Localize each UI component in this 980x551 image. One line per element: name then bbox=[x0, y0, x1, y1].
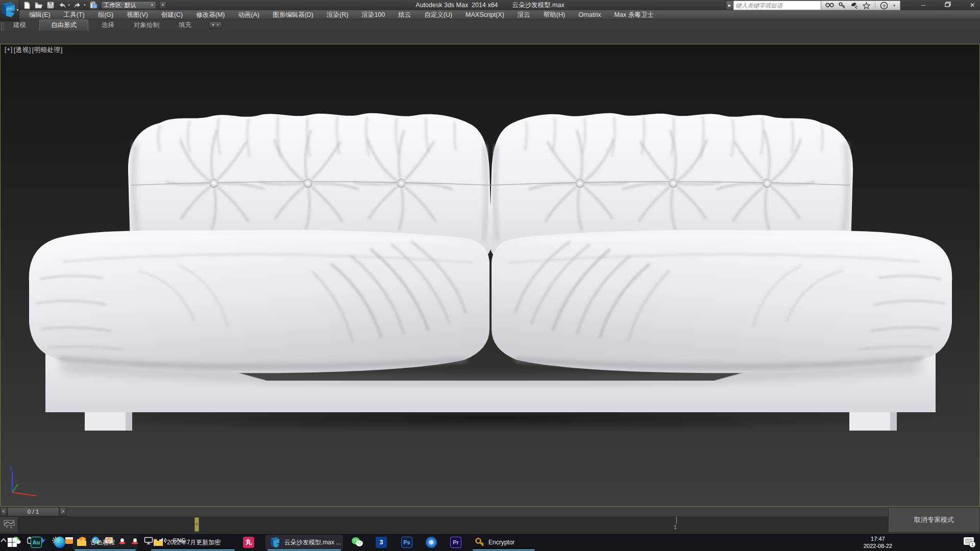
search-icon[interactable] bbox=[825, 2, 834, 9]
new-file-button[interactable] bbox=[22, 1, 31, 9]
help-dropdown-icon[interactable]: ▼ bbox=[893, 4, 896, 7]
taskbar-audition[interactable]: Au bbox=[31, 536, 42, 549]
search-input[interactable] bbox=[733, 1, 821, 10]
menu-antivirus[interactable]: Max 杀毒卫士 bbox=[608, 10, 660, 19]
menu-rendering[interactable]: 渲染(R) bbox=[320, 10, 355, 19]
sign-in-key-icon[interactable] bbox=[839, 2, 846, 9]
3dsmax-badge-icon: 3 bbox=[376, 537, 387, 548]
curve-editor-icon bbox=[4, 520, 15, 529]
sofa-model[interactable] bbox=[26, 108, 955, 434]
menu-group[interactable]: 组(G) bbox=[91, 10, 120, 19]
sofa-leg-left[interactable] bbox=[85, 412, 132, 431]
perspective-viewport[interactable]: [+] [透视] [明暗处理] bbox=[0, 44, 980, 507]
help-icon[interactable]: ? bbox=[880, 2, 888, 10]
folder-icon bbox=[153, 538, 163, 546]
svg-text:z: z bbox=[10, 465, 12, 471]
open-task-indicator bbox=[151, 549, 235, 550]
close-button[interactable]: ✕ bbox=[969, 2, 976, 9]
edge-icon bbox=[54, 537, 65, 548]
time-slider-marker[interactable]: 0 bbox=[194, 517, 199, 532]
tab-selection[interactable]: 选择 bbox=[95, 20, 120, 31]
menu-xuanyun[interactable]: 炫云 bbox=[391, 10, 418, 19]
world-axis-tripod: z bbox=[8, 465, 48, 500]
next-frame-button[interactable]: > bbox=[59, 507, 66, 516]
tray-chevron-icon[interactable] bbox=[0, 538, 7, 543]
taskbar-folder-guse[interactable]: 古色教程 bbox=[77, 536, 115, 549]
3dsmax-logo-icon bbox=[1, 2, 16, 18]
search-history-button[interactable]: ▶ bbox=[726, 1, 733, 10]
seat-cushion-right[interactable] bbox=[492, 230, 952, 373]
taskbar-folder-2022[interactable]: 2022年7月更新加密 bbox=[153, 536, 220, 549]
ribbon-collapsed-area bbox=[0, 31, 980, 44]
cancel-expert-mode-button[interactable]: 取消专家模式 bbox=[888, 507, 980, 533]
notification-icon: 1 bbox=[963, 537, 976, 548]
taskbar-wechat[interactable] bbox=[351, 536, 363, 549]
tab-populate[interactable]: 填充 bbox=[173, 20, 198, 31]
divider bbox=[875, 2, 875, 9]
menu-modifiers[interactable]: 修改器(M) bbox=[189, 10, 231, 19]
start-button[interactable] bbox=[7, 536, 17, 549]
menu-maxscript[interactable]: MAXScript(X) bbox=[459, 10, 511, 19]
viewport-menu-plus[interactable]: [+] bbox=[5, 46, 13, 55]
redo-button[interactable] bbox=[74, 1, 82, 9]
menu-animation[interactable]: 动画(A) bbox=[231, 10, 266, 19]
menu-edit[interactable]: 编辑(E) bbox=[22, 10, 57, 19]
save-file-button[interactable] bbox=[46, 1, 55, 9]
viewport-menu-view[interactable]: [透视] bbox=[14, 46, 31, 55]
wechat-icon bbox=[351, 537, 363, 548]
key-icon bbox=[475, 537, 485, 547]
communication-center-icon[interactable] bbox=[850, 2, 858, 9]
taskbar-capture-app[interactable] bbox=[426, 536, 437, 549]
menu-customize[interactable]: 自定义(U) bbox=[418, 10, 459, 19]
time-slider-row: < 0 / 1 > bbox=[0, 507, 888, 517]
application-menu-button[interactable]: ▼ bbox=[0, 0, 19, 21]
open-file-button[interactable] bbox=[34, 1, 43, 9]
ribbon-tab-row: 建模 自由形式 选择 对象绘制 填充 ▼▼ bbox=[0, 19, 980, 31]
minimize-button[interactable]: ─ bbox=[920, 2, 927, 9]
folder-icon bbox=[77, 538, 87, 546]
favorites-star-icon[interactable] bbox=[863, 2, 870, 9]
project-folder-button[interactable] bbox=[89, 1, 98, 9]
taskbar-3dsmax-doc[interactable]: 云朵沙发模型.max ... bbox=[270, 536, 341, 549]
viewport-label: [+] [透视] [明暗处理] bbox=[5, 46, 63, 55]
window-controls: ─ ✕ bbox=[920, 0, 976, 10]
app-menu-caret-icon: ▼ bbox=[16, 8, 19, 12]
undo-button[interactable] bbox=[58, 1, 66, 9]
time-slider[interactable]: 0 / 1 bbox=[7, 507, 59, 516]
frame-tick bbox=[676, 517, 677, 524]
taskbar-photoshop[interactable]: Ps bbox=[401, 536, 412, 549]
taskbar-clock[interactable]: 17:47 2022-08-22 bbox=[864, 535, 892, 549]
menu-tools[interactable]: 工具(T) bbox=[57, 10, 91, 19]
previous-frame-button[interactable]: < bbox=[0, 507, 7, 516]
menu-renderyun[interactable]: 渲云 bbox=[511, 10, 537, 19]
3dsmax-icon bbox=[270, 537, 281, 548]
taskbar-3dsmax-app[interactable]: 3 bbox=[376, 536, 387, 549]
taskbar-premiere[interactable]: Pr bbox=[450, 536, 461, 549]
tab-object-paint[interactable]: 对象绘制 bbox=[128, 20, 165, 31]
track-bar[interactable]: 0 1 bbox=[0, 517, 888, 533]
menu-graph-editors[interactable]: 图形编辑器(D) bbox=[266, 10, 320, 19]
clock-time: 17:47 bbox=[864, 535, 892, 542]
menu-views[interactable]: 视图(V) bbox=[120, 10, 155, 19]
sofa-leg-right[interactable] bbox=[849, 412, 897, 431]
tab-freeform[interactable]: 自由形式 bbox=[39, 19, 88, 31]
undo-dropdown-icon[interactable]: ▼ bbox=[67, 4, 70, 7]
taskbar-edge[interactable] bbox=[54, 536, 65, 549]
menu-ornatrix[interactable]: Ornatrix bbox=[572, 10, 607, 19]
toolbar-overflow-button[interactable]: ▼ bbox=[159, 1, 166, 9]
redo-dropdown-icon[interactable]: ▼ bbox=[83, 4, 86, 7]
mini-curve-editor-button[interactable] bbox=[0, 517, 18, 532]
clock-date: 2022-08-22 bbox=[864, 542, 892, 549]
seat-cushion-left[interactable] bbox=[29, 230, 489, 373]
menu-create[interactable]: 创建(C) bbox=[155, 10, 189, 19]
workspace-dropdown[interactable]: 工作区: 默认▼ bbox=[101, 1, 156, 9]
taskbar-wan-app[interactable]: 丸 bbox=[243, 536, 254, 549]
notification-center-button[interactable]: 1 bbox=[963, 537, 976, 550]
menu-help[interactable]: 帮助(H) bbox=[537, 10, 572, 19]
taskbar-encryptor[interactable]: Encryptor bbox=[475, 536, 514, 549]
ribbon-minimize-button[interactable]: ▼▼ bbox=[209, 21, 222, 29]
restore-button[interactable] bbox=[944, 2, 951, 9]
network-display-icon[interactable] bbox=[144, 537, 153, 544]
viewport-menu-shading[interactable]: [明暗处理] bbox=[32, 46, 63, 55]
menu-render100[interactable]: 渲染100 bbox=[355, 10, 391, 19]
